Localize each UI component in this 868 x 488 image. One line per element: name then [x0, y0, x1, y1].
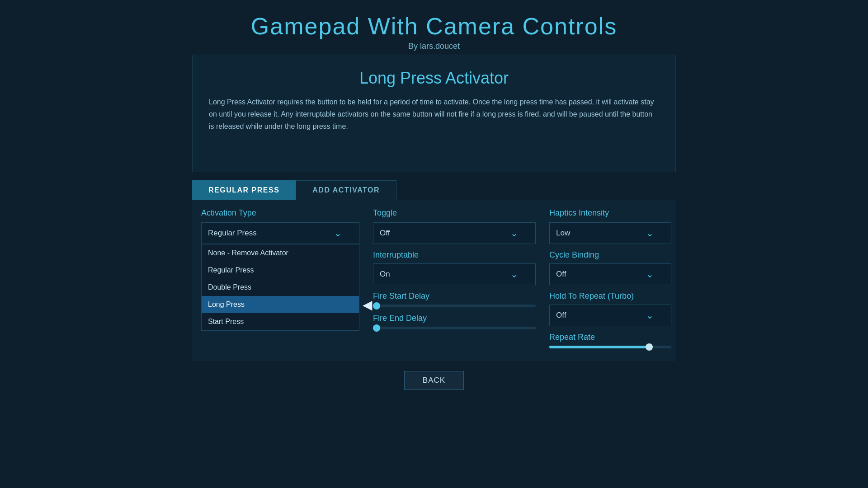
activation-type-label: Activation Type [201, 208, 359, 218]
haptics-dropdown[interactable]: Low ⌄ [549, 222, 671, 244]
cycle-label: Cycle Binding [549, 250, 671, 260]
hold-chevron-icon: ⌄ [646, 310, 654, 321]
mid-col: Toggle Off ⌄ Interruptable On ⌄ Fire Sta… [368, 208, 545, 350]
toggle-value: Off [380, 229, 390, 238]
fire-end-label: Fire End Delay [373, 314, 536, 323]
repeat-rate-thumb[interactable] [646, 343, 653, 351]
activation-type-dropdown[interactable]: Regular Press ⌄ None - Remove Activator … [201, 222, 359, 244]
panel-title: Long Press Activator [209, 69, 659, 88]
haptics-chevron-icon: ⌄ [646, 228, 654, 239]
cycle-chevron-icon: ⌄ [646, 269, 654, 280]
activation-type-btn[interactable]: Regular Press ⌄ [201, 222, 359, 244]
fire-start-slider-row [373, 305, 536, 307]
haptics-label: Haptics Intensity [549, 208, 671, 218]
toggle-chevron-icon: ⌄ [510, 228, 518, 239]
toggle-dropdown[interactable]: Off ⌄ [373, 222, 536, 244]
hold-label: Hold To Repeat (Turbo) [549, 291, 671, 301]
repeat-rate-slider-track[interactable] [549, 346, 671, 348]
interruptable-btn[interactable]: On ⌄ [373, 263, 536, 285]
page-title: Gamepad With Camera Controls [0, 13, 868, 40]
main-panel: Long Press Activator Long Press Activato… [192, 55, 676, 172]
panel-description: Long Press Activator requires the button… [209, 96, 659, 133]
option-regular-press[interactable]: Regular Press [202, 262, 359, 279]
fire-start-thumb[interactable] [373, 302, 380, 310]
toggle-label: Toggle [373, 208, 536, 218]
interruptable-value: On [380, 270, 390, 279]
haptics-value: Low [556, 229, 570, 238]
option-double-press[interactable]: Double Press [202, 279, 359, 296]
page-subtitle: By lars.doucet [0, 42, 868, 51]
activation-type-value: Regular Press [208, 229, 257, 238]
fire-start-label: Fire Start Delay [373, 291, 536, 301]
tabs-row: REGULAR PRESS ADD ACTIVATOR [192, 180, 676, 200]
repeat-rate-label: Repeat Rate [549, 333, 671, 342]
toggle-btn[interactable]: Off ⌄ [373, 222, 536, 244]
fire-end-slider-row [373, 327, 536, 329]
fire-end-thumb[interactable] [373, 324, 380, 332]
interruptable-dropdown[interactable]: On ⌄ [373, 263, 536, 285]
repeat-rate-fill [549, 346, 649, 348]
interruptable-chevron-icon: ⌄ [510, 269, 518, 280]
controls-area: Activation Type Regular Press ⌄ None - R… [192, 200, 676, 361]
interruptable-label: Interruptable [373, 250, 536, 260]
hold-btn[interactable]: Off ⌄ [549, 305, 671, 326]
chevron-down-icon: ⌄ [334, 228, 342, 239]
fire-end-slider-track[interactable] [373, 327, 536, 329]
fire-start-slider-track[interactable] [373, 305, 536, 307]
haptics-btn[interactable]: Low ⌄ [549, 222, 671, 244]
option-long-press[interactable]: Long Press ◀ [202, 296, 359, 313]
cycle-dropdown[interactable]: Off ⌄ [549, 263, 671, 285]
activation-type-menu: None - Remove Activator Regular Press Do… [201, 244, 359, 331]
back-button[interactable]: BACK [404, 371, 464, 390]
tab-regular-press[interactable]: REGULAR PRESS [192, 180, 296, 200]
hold-dropdown[interactable]: Off ⌄ [549, 305, 671, 326]
option-none-remove[interactable]: None - Remove Activator [202, 244, 359, 262]
tab-add-activator[interactable]: ADD ACTIVATOR [296, 180, 396, 200]
page-header: Gamepad With Camera Controls By lars.dou… [0, 0, 868, 55]
option-start-press[interactable]: Start Press [202, 313, 359, 330]
cycle-value: Off [556, 270, 566, 279]
hold-value: Off [556, 311, 566, 320]
right-col: Haptics Intensity Low ⌄ Cycle Binding Of… [545, 208, 676, 350]
cycle-btn[interactable]: Off ⌄ [549, 263, 671, 285]
activation-type-col: Activation Type Regular Press ⌄ None - R… [192, 208, 368, 350]
repeat-rate-slider-row [549, 346, 671, 348]
